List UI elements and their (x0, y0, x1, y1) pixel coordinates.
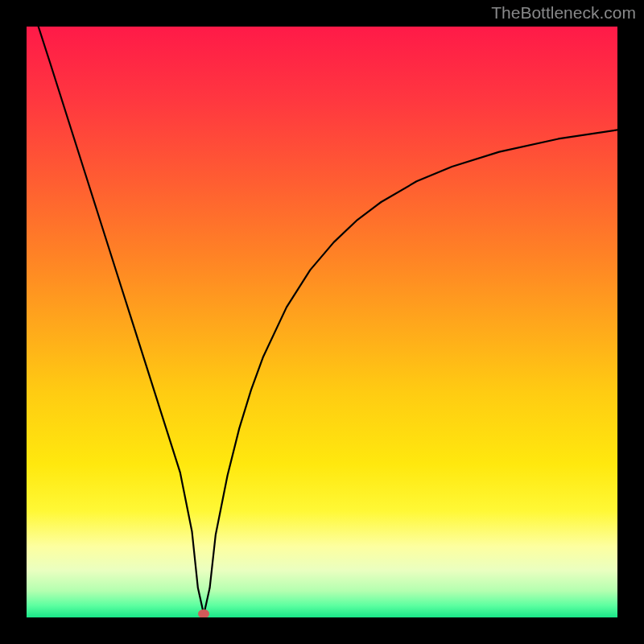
chart-frame: TheBottleneck.com (0, 0, 644, 644)
optimal-point-marker (198, 609, 209, 617)
bottleneck-curve (27, 27, 617, 617)
watermark-text: TheBottleneck.com (491, 3, 636, 23)
plot-area (27, 27, 617, 617)
